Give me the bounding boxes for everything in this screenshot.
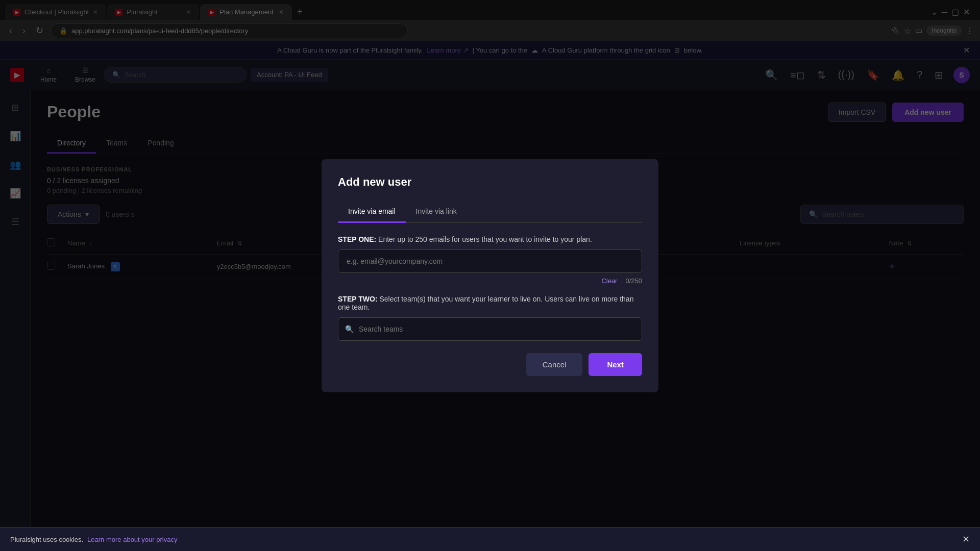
cookie-banner: Pluralsight uses cookies. Learn more abo… bbox=[0, 527, 980, 551]
email-counter: 0/250 bbox=[625, 277, 642, 285]
cookie-text: Pluralsight uses cookies. bbox=[10, 536, 83, 543]
modal-footer: Cancel Next bbox=[338, 353, 642, 376]
add-user-modal: Add new user Invite via email Invite via… bbox=[322, 159, 658, 392]
cancel-button[interactable]: Cancel bbox=[526, 353, 583, 376]
clear-link[interactable]: Clear bbox=[601, 277, 617, 285]
modal-tab-link[interactable]: Invite via link bbox=[406, 202, 467, 223]
teams-search-input[interactable] bbox=[338, 317, 642, 341]
step-two-label: STEP TWO: Select team(s) that you want y… bbox=[338, 295, 642, 311]
modal-tabs: Invite via email Invite via link bbox=[338, 201, 642, 223]
teams-search-icon: 🔍 bbox=[345, 325, 354, 333]
next-button[interactable]: Next bbox=[589, 353, 642, 376]
modal-tab-email[interactable]: Invite via email bbox=[338, 202, 406, 223]
teams-search-wrapper: 🔍 bbox=[338, 317, 642, 341]
email-input[interactable] bbox=[338, 249, 642, 273]
cookie-privacy-link[interactable]: Learn more about your privacy bbox=[87, 536, 177, 543]
input-actions: Clear 0/250 bbox=[338, 277, 642, 285]
step-one-label: STEP ONE: Enter up to 250 emails for use… bbox=[338, 235, 642, 243]
modal-title: Add new user bbox=[338, 176, 642, 189]
modal-overlay[interactable]: Add new user Invite via email Invite via… bbox=[0, 0, 980, 551]
cookie-close-button[interactable]: ✕ bbox=[962, 534, 970, 545]
